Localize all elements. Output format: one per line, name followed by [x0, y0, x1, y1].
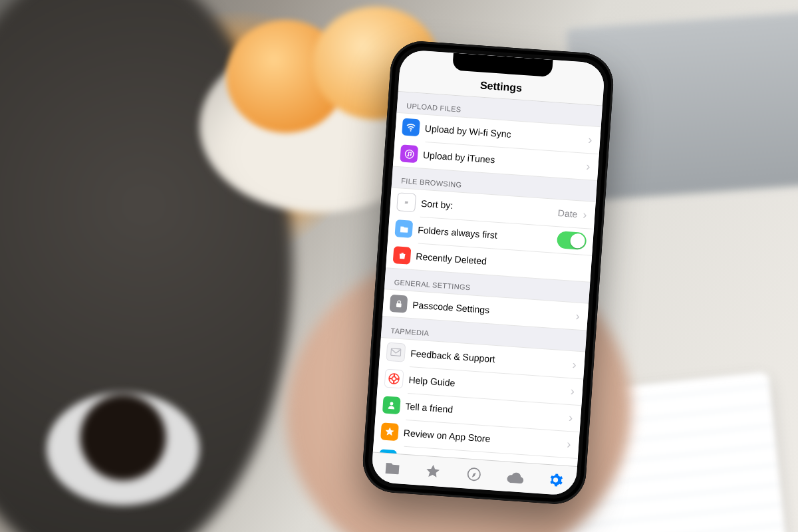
gear-icon	[548, 472, 563, 487]
toggle-folders-first[interactable]	[557, 231, 587, 250]
phone-screen: Settings UPLOAD FILES Upload by Wi-fi Sy…	[371, 49, 606, 496]
tab-files[interactable]	[371, 453, 414, 485]
row-label: Feedback & Support	[405, 348, 571, 370]
chevron-right-icon: ›	[583, 160, 592, 173]
itunes-icon	[400, 144, 418, 163]
row-label: Tell a friend	[400, 400, 567, 422]
row-value: Date	[557, 207, 581, 219]
svg-point-8	[390, 402, 393, 405]
svg-point-0	[410, 130, 412, 132]
tab-cloud[interactable]	[493, 461, 537, 493]
chevron-right-icon: ›	[565, 412, 574, 424]
tab-settings[interactable]	[534, 464, 577, 496]
row-label: Recently Deleted	[410, 251, 585, 273]
iphone-frame: Settings UPLOAD FILES Upload by Wi-fi Sy…	[361, 39, 616, 506]
row-label: Passcode Settings	[407, 299, 574, 321]
folder-icon	[394, 219, 413, 238]
row-label: Sort by:	[415, 198, 558, 218]
coffee-cup	[47, 392, 200, 505]
star-icon	[380, 422, 399, 441]
row-label: Review on App Store	[398, 427, 565, 449]
sort-icon: ≡	[396, 192, 416, 212]
row-label: Help Guide	[403, 374, 569, 396]
compass-icon	[466, 467, 481, 482]
lock-icon	[390, 295, 408, 313]
envelope-icon	[386, 342, 406, 362]
group-browsing: ≡ Sort by: Date › Folders always first	[386, 188, 596, 283]
photo-background: Settings UPLOAD FILES Upload by Wi-fi Sy…	[0, 0, 798, 532]
row-label: Upload by iTunes	[418, 149, 585, 171]
page-title: Settings	[479, 80, 522, 94]
svg-rect-4	[396, 303, 401, 307]
tab-favorites[interactable]	[412, 456, 455, 487]
settings-scroll[interactable]: UPLOAD FILES Upload by Wi-fi Sync › Uplo	[373, 92, 602, 467]
cloud-icon	[506, 471, 524, 484]
person-icon	[382, 396, 401, 414]
chevron-right-icon: ›	[580, 208, 589, 221]
row-label: Upload by Wi-fi Sync	[419, 122, 586, 144]
chevron-right-icon: ›	[564, 438, 573, 451]
chevron-right-icon: ›	[573, 310, 581, 323]
chevron-right-icon: ›	[569, 358, 578, 371]
chevron-right-icon: ›	[567, 385, 576, 398]
svg-point-7	[392, 376, 396, 380]
lifebuoy-icon	[384, 369, 404, 389]
chevron-right-icon: ›	[585, 134, 594, 146]
star-icon	[425, 463, 442, 480]
tab-browser[interactable]	[453, 458, 496, 490]
group-tapmedia: Feedback & Support › Help Guide ›	[373, 337, 585, 467]
row-label: Folders always first	[412, 224, 558, 245]
folder-icon	[384, 462, 400, 476]
wifi-icon	[402, 118, 420, 136]
trash-icon	[393, 246, 412, 265]
svg-point-1	[405, 150, 414, 158]
